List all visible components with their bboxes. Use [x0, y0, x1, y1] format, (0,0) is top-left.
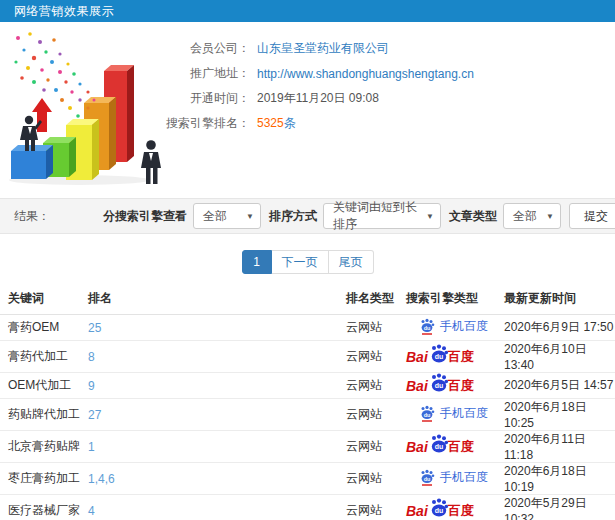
chevron-down-icon: ▼: [546, 212, 554, 221]
baidu-paw-icon: du: [428, 497, 449, 518]
engine-view-label: 分搜索引擎查看: [103, 208, 187, 225]
page-1-button[interactable]: 1: [242, 250, 272, 274]
svg-text:du: du: [424, 411, 431, 417]
rank-link[interactable]: 4: [88, 504, 95, 518]
col-updated: 最新更新时间: [496, 286, 615, 315]
rank-type-cell: 云网站: [338, 341, 398, 373]
submit-button[interactable]: 提交: [569, 203, 615, 229]
ranking-table: 关键词 排名 排名类型 搜索引擎类型 最新更新时间 膏药OEM 25 云网站 B…: [0, 286, 615, 520]
open-time-value: 2019年11月20日 09:08: [257, 90, 379, 107]
mobile-baidu-label: 手机百度: [440, 320, 488, 332]
engine-view-select[interactable]: 全部 ▼: [193, 203, 261, 229]
engine-cell: Bai du 百度 du 手机百度: [398, 341, 496, 373]
rank-count-unit: 条: [284, 116, 296, 130]
page-header: 网络营销效果展示: [0, 0, 615, 22]
engine-view-selected: 全部: [203, 208, 227, 225]
baidu-logo: Bai du 百度: [406, 436, 474, 457]
keyword-cell: 膏药代加工: [0, 341, 80, 373]
baidu-cn-text: 百度: [448, 440, 474, 453]
rank-count-number: 5325: [257, 116, 284, 130]
svg-text:du: du: [435, 382, 444, 389]
engine-cell: Bai du 百度 du 手机百度: [398, 495, 496, 520]
rank-type-cell: 云网站: [338, 373, 398, 399]
svg-text:du: du: [435, 353, 444, 360]
rank-link[interactable]: 9: [88, 379, 95, 393]
updated-cell: 2020年6月10日 13:40: [496, 341, 615, 373]
table-row: 医疗器械厂家 4 云网站 Bai du 百度 du: [0, 495, 615, 520]
baidu-bai-text: Bai: [406, 350, 428, 364]
mobile-baidu-label: 手机百度: [440, 407, 488, 419]
baidu-paw-icon: du: [428, 343, 449, 364]
bar-chart-image: [4, 28, 184, 188]
promo-url-link[interactable]: http://www.shandonghuangshengtang.cn: [257, 67, 474, 81]
rank-count-value: 5325条: [257, 115, 296, 132]
rank-cell: 27: [80, 399, 338, 431]
member-info-section: 会员公司： 山东皇圣堂药业有限公司 推广地址： http://www.shand…: [0, 28, 615, 192]
rank-cell: 4: [80, 495, 338, 520]
rank-cell: 8: [80, 341, 338, 373]
rank-type-cell: 云网站: [338, 463, 398, 495]
baidu-logo: Bai du 百度: [406, 500, 474, 520]
company-link[interactable]: 山东皇圣堂药业有限公司: [257, 40, 389, 57]
updated-cell: 2020年6月5日 14:57: [496, 373, 615, 399]
rank-link[interactable]: 8: [88, 350, 95, 364]
chevron-down-icon: ▼: [426, 212, 434, 221]
keyword-cell: 药贴牌代加工: [0, 399, 80, 431]
baidu-bai-text: Bai: [406, 504, 428, 518]
last-page-button[interactable]: 尾页: [329, 250, 374, 274]
svg-text:du: du: [435, 443, 444, 450]
keyword-cell: 北京膏药贴牌: [0, 431, 80, 463]
confetti-dots: [14, 32, 95, 118]
rank-link[interactable]: 1,4,6: [88, 472, 115, 486]
engine-cell: Bai du 百度 du 手机百度: [398, 373, 496, 399]
baidu-logo: Bai du 百度: [406, 375, 474, 396]
chevron-down-icon: ▼: [246, 212, 254, 221]
rank-cell: 9: [80, 373, 338, 399]
col-rank: 排名: [80, 286, 338, 315]
baidu-cn-text: 百度: [448, 504, 474, 517]
mobile-baidu-logo: du 手机百度: [406, 318, 488, 335]
table-row: 膏药代加工 8 云网站 Bai du 百度 du: [0, 341, 615, 373]
rank-link[interactable]: 25: [88, 321, 101, 335]
rank-cell: 1,4,6: [80, 463, 338, 495]
baidu-paw-icon: du: [428, 433, 449, 454]
table-row: 药贴牌代加工 27 云网站 Bai du 百度 du: [0, 399, 615, 431]
col-engine-type: 搜索引擎类型: [398, 286, 496, 315]
mobile-baidu-logo: du 手机百度: [406, 405, 488, 422]
updated-cell: 2020年6月18日 10:25: [496, 399, 615, 431]
engine-cell: Bai du 百度 du 手机百度: [398, 463, 496, 495]
table-row: 膏药OEM 25 云网站 Bai du 百度 du: [0, 315, 615, 341]
article-type-select[interactable]: 全部 ▼: [503, 203, 561, 229]
engine-cell: Bai du 百度 du 手机百度: [398, 315, 496, 341]
rank-type-cell: 云网站: [338, 495, 398, 520]
updated-cell: 2020年6月18日 10:19: [496, 463, 615, 495]
rank-type-cell: 云网站: [338, 399, 398, 431]
sort-selected: 关键词由短到长排序: [333, 199, 420, 233]
rank-link[interactable]: 27: [88, 408, 101, 422]
svg-text:du: du: [424, 324, 431, 330]
businessman-right: [141, 140, 161, 184]
updated-cell: 2020年6月11日 11:18: [496, 431, 615, 463]
rank-link[interactable]: 1: [88, 440, 95, 454]
sort-select[interactable]: 关键词由短到长排序 ▼: [323, 203, 441, 229]
baidu-cn-text: 百度: [448, 379, 474, 392]
rank-cell: 25: [80, 315, 338, 341]
mobile-baidu-logo: du 手机百度: [406, 469, 488, 486]
next-page-button[interactable]: 下一页: [272, 250, 329, 274]
pagination: 1 下一页 尾页: [0, 250, 615, 274]
marketing-growth-illustration: [4, 28, 184, 191]
engine-cell: Bai du 百度 du 手机百度: [398, 399, 496, 431]
updated-cell: 2020年5月29日 10:32: [496, 495, 615, 520]
svg-text:du: du: [424, 475, 431, 481]
mobile-baidu-paw-icon: du: [419, 318, 435, 335]
mobile-baidu-paw-icon: du: [419, 405, 435, 422]
table-row: 北京膏药贴牌 1 云网站 Bai du 百度 du: [0, 431, 615, 463]
keyword-cell: 枣庄膏药加工: [0, 463, 80, 495]
mobile-baidu-paw-icon: du: [419, 469, 435, 486]
baidu-logo: Bai du 百度: [406, 346, 474, 367]
updated-cell: 2020年6月9日 17:50: [496, 315, 615, 341]
rank-cell: 1: [80, 431, 338, 463]
svg-text:du: du: [435, 507, 444, 514]
table-header-row: 关键词 排名 排名类型 搜索引擎类型 最新更新时间: [0, 286, 615, 315]
page-title: 网络营销效果展示: [14, 4, 114, 18]
